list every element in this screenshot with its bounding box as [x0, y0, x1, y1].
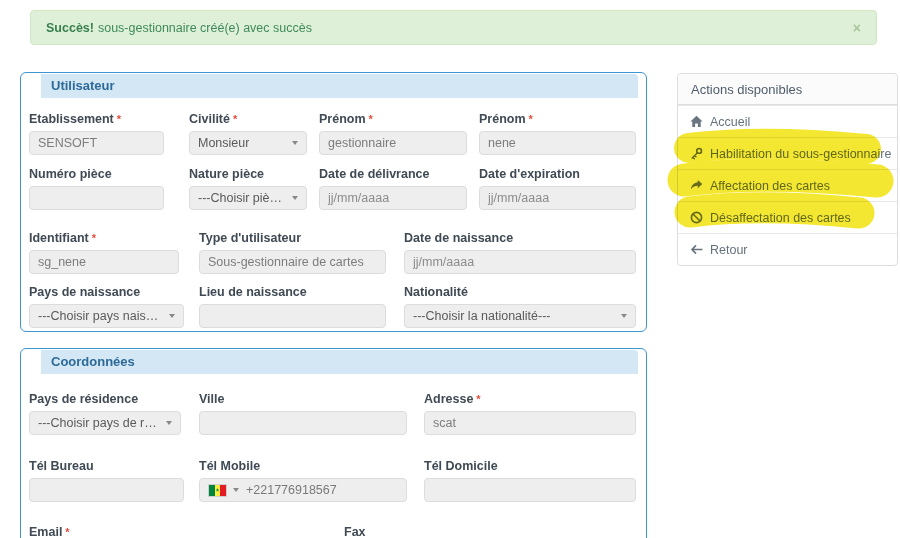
close-icon[interactable]: ×	[853, 21, 861, 35]
field-label: Nationalité	[404, 284, 636, 300]
field-label: Lieu de naissance	[199, 284, 386, 300]
field-etablissement: Etablissement*	[29, 111, 164, 155]
field-label: Tél Domicile	[424, 458, 636, 474]
field-prenom-2: Prénom*	[479, 111, 636, 155]
user-row-3: Identifiant* Type d'utilisateur Date de …	[29, 230, 638, 274]
coord-row-3: Email* Fax	[29, 524, 638, 538]
field-label: Ville	[199, 391, 407, 407]
field-identifiant: Identifiant*	[29, 230, 179, 274]
type-utilisateur-input[interactable]	[199, 250, 386, 274]
field-tel-bureau: Tél Bureau	[29, 458, 184, 502]
action-item-affectation[interactable]: Affectation des cartes	[678, 169, 897, 201]
field-label: Date de délivrance	[319, 166, 467, 182]
etablissement-input[interactable]	[29, 131, 164, 155]
user-fieldset: Utilisateur Etablissement* Civilité* Mon…	[20, 72, 647, 332]
field-label: Pays de naissance	[29, 284, 184, 300]
user-legend: Utilisateur	[41, 74, 638, 98]
coord-row-2: Tél Bureau Tél Mobile +221776918567 Tél …	[29, 458, 638, 502]
coord-row-1: Pays de résidence ---Choisir pays de rés…	[29, 391, 638, 435]
field-label: Identifiant*	[29, 230, 179, 246]
coordinates-fieldset: Coordonnées Pays de résidence ---Choisir…	[20, 348, 647, 538]
civilite-select[interactable]: Monsieur	[189, 131, 307, 155]
field-prenom: Prénom*	[319, 111, 467, 155]
chevron-down-icon	[233, 488, 239, 492]
nationalite-select[interactable]: ---Choisir la nationalité---	[404, 304, 636, 328]
required-marker: *	[117, 113, 121, 125]
adresse-input[interactable]	[424, 411, 636, 435]
nature-piece-select[interactable]: ---Choisir pièce---	[189, 186, 307, 210]
senegal-flag-icon[interactable]	[208, 484, 227, 497]
field-fax: Fax	[344, 524, 636, 538]
action-item-accueil[interactable]: Accueil	[678, 105, 897, 137]
required-marker: *	[369, 113, 373, 125]
field-label: Tél Bureau	[29, 458, 184, 474]
success-alert: Succès! sous-gestionnaire créé(e) avec s…	[30, 10, 877, 45]
field-label: Prénom*	[479, 111, 636, 127]
actions-panel-title: Actions disponibles	[678, 74, 897, 105]
tel-bureau-input[interactable]	[29, 478, 184, 502]
tel-mobile-input[interactable]: +221776918567	[199, 478, 407, 502]
field-nature-piece: Nature pièce ---Choisir pièce---	[189, 166, 307, 210]
tel-domicile-input[interactable]	[424, 478, 636, 502]
actions-panel: Actions disponibles Accueil Habilitation…	[677, 73, 898, 266]
chevron-down-icon	[166, 421, 172, 425]
field-adresse: Adresse*	[424, 391, 636, 435]
chevron-down-icon	[169, 314, 175, 318]
field-email: Email*	[29, 524, 329, 538]
action-label: Affectation des cartes	[710, 179, 830, 193]
field-type-utilisateur: Type d'utilisateur	[199, 230, 386, 274]
date-delivrance-input[interactable]	[319, 186, 467, 210]
field-label: Prénom*	[319, 111, 467, 127]
lieu-naissance-input[interactable]	[199, 304, 386, 328]
action-item-retour[interactable]: Retour	[678, 233, 897, 265]
field-label: Etablissement*	[29, 111, 164, 127]
user-row-2: Numéro pièce Nature pièce ---Choisir piè…	[29, 166, 638, 210]
alert-title: Succès!	[46, 21, 94, 35]
required-marker: *	[92, 232, 96, 244]
action-item-habilitation[interactable]: Habilitation du sous-gestionnaire	[678, 137, 897, 169]
identifiant-input[interactable]	[29, 250, 179, 274]
chevron-down-icon	[621, 314, 627, 318]
chevron-down-icon	[292, 196, 298, 200]
required-marker: *	[233, 113, 237, 125]
prenom-input[interactable]	[319, 131, 467, 155]
pays-residence-select[interactable]: ---Choisir pays de réside...	[29, 411, 181, 435]
field-label: Date de naissance	[404, 230, 636, 246]
field-label: Nature pièce	[189, 166, 307, 182]
home-icon	[690, 115, 703, 128]
field-label: Adresse*	[424, 391, 636, 407]
arrow-left-icon	[690, 243, 703, 256]
user-row-1: Etablissement* Civilité* Monsieur Prénom…	[29, 111, 638, 155]
field-date-expiration: Date d'expiration	[479, 166, 636, 210]
field-label: Pays de résidence	[29, 391, 181, 407]
share-icon	[690, 179, 703, 192]
field-date-delivrance: Date de délivrance	[319, 166, 467, 210]
field-numero-piece: Numéro pièce	[29, 166, 164, 210]
date-naissance-input[interactable]	[404, 250, 636, 274]
required-marker: *	[529, 113, 533, 125]
field-civilite: Civilité* Monsieur	[189, 111, 307, 155]
field-tel-mobile: Tél Mobile +221776918567	[199, 458, 407, 502]
field-label: Numéro pièce	[29, 166, 164, 182]
field-pays-residence: Pays de résidence ---Choisir pays de rés…	[29, 391, 181, 435]
field-pays-naissance: Pays de naissance ---Choisir pays naissa…	[29, 284, 184, 328]
ville-input[interactable]	[199, 411, 407, 435]
action-label: Retour	[710, 243, 748, 257]
required-marker: *	[476, 393, 480, 405]
chevron-down-icon	[292, 141, 298, 145]
field-lieu-naissance: Lieu de naissance	[199, 284, 386, 328]
numero-piece-input[interactable]	[29, 186, 164, 210]
prenom-2-input[interactable]	[479, 131, 636, 155]
field-label: Type d'utilisateur	[199, 230, 386, 246]
field-label: Date d'expiration	[479, 166, 636, 182]
key-icon	[690, 147, 703, 160]
phone-number: +221776918567	[246, 483, 337, 497]
pays-naissance-select[interactable]: ---Choisir pays naissance--	[29, 304, 184, 328]
field-label: Fax	[344, 524, 636, 538]
field-label: Email*	[29, 524, 329, 538]
action-item-desaffectation[interactable]: Désaffectation des cartes	[678, 201, 897, 233]
required-marker: *	[65, 526, 69, 538]
date-expiration-input[interactable]	[479, 186, 636, 210]
field-nationalite: Nationalité ---Choisir la nationalité---	[404, 284, 636, 328]
field-tel-domicile: Tél Domicile	[424, 458, 636, 502]
